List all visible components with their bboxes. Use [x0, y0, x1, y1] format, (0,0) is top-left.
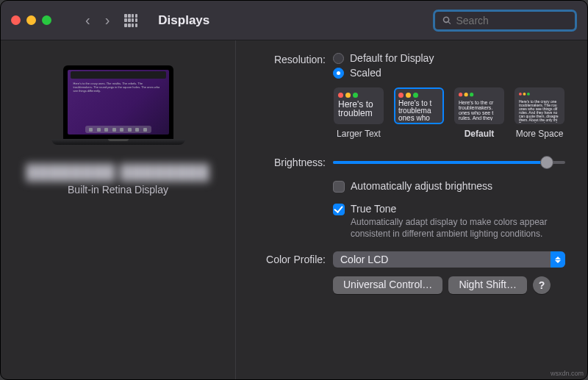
- titlebar: ‹ › Displays: [1, 1, 587, 40]
- back-button[interactable]: ‹: [85, 12, 90, 29]
- device-preview: Here's to the crazy ones. The misfits. T…: [51, 65, 185, 154]
- thumb-default[interactable]: Here's to the cr troublemakers. ones who…: [453, 87, 505, 139]
- brightness-slider[interactable]: [333, 155, 565, 170]
- device-name: ████████ ████████: [26, 164, 209, 181]
- checkbox-icon: [333, 204, 345, 215]
- watermark: wsxdn.com: [551, 370, 584, 377]
- close-icon[interactable]: [11, 15, 21, 25]
- resolution-thumbnails: Here's to troublem Larger Text Here's to…: [249, 87, 565, 139]
- chevron-updown-icon: [551, 251, 565, 268]
- preferences-window: ‹ › Displays Here's to the crazy ones. T…: [0, 0, 588, 380]
- radio-label: Default for Display: [350, 52, 434, 64]
- brightness-label: Brightness:: [249, 157, 333, 168]
- settings-panel: Resolution: Default for Display Scaled H…: [236, 40, 587, 379]
- checkbox-icon: [333, 181, 345, 193]
- slider-knob-icon: [540, 156, 553, 169]
- help-button[interactable]: ?: [533, 276, 551, 294]
- true-tone-description: Automatically adapt display to make colo…: [351, 216, 565, 240]
- content: Here's to the crazy ones. The misfits. T…: [1, 40, 587, 379]
- radio-icon: [333, 68, 344, 79]
- thumb-label: Default: [465, 129, 495, 139]
- checkbox-label: True Tone: [351, 203, 565, 215]
- search-input[interactable]: [456, 15, 567, 26]
- radio-default-for-display[interactable]: Default for Display: [333, 52, 565, 64]
- radio-scaled[interactable]: Scaled: [333, 67, 565, 79]
- thumb-label: Larger Text: [337, 129, 381, 139]
- thumb-larger-text[interactable]: Here's to troublem Larger Text: [333, 87, 384, 139]
- universal-control-button[interactable]: Universal Control…: [333, 276, 442, 294]
- window-controls: [11, 15, 51, 25]
- radio-icon: [333, 53, 344, 64]
- button-row: Universal Control… Night Shift… ?: [249, 276, 565, 294]
- color-profile-label: Color Profile:: [249, 254, 333, 265]
- thumb-more-space[interactable]: Here's to the crazy one troublemakers. T…: [514, 87, 565, 139]
- resolution-label: Resolution:: [249, 52, 333, 82]
- thumb-label: More Space: [516, 129, 564, 139]
- thumb-option-2[interactable]: Here's to t troublema ones who: [393, 87, 445, 139]
- search-field[interactable]: [433, 10, 577, 32]
- sidebar: Here's to the crazy ones. The misfits. T…: [1, 40, 236, 379]
- night-shift-button[interactable]: Night Shift…: [448, 276, 527, 294]
- page-title: Displays: [158, 13, 209, 28]
- brightness-row: Brightness:: [249, 155, 565, 170]
- color-profile-row: Color Profile: Color LCD: [249, 251, 565, 268]
- checkbox-label: Automatically adjust brightness: [351, 180, 492, 192]
- search-icon: [442, 15, 451, 26]
- resolution-row: Resolution: Default for Display Scaled: [249, 52, 565, 82]
- checkbox-true-tone[interactable]: True Tone Automatically adapt display to…: [333, 203, 565, 240]
- minimize-icon[interactable]: [26, 15, 36, 25]
- color-profile-select[interactable]: Color LCD: [333, 251, 565, 268]
- select-value: Color LCD: [340, 254, 388, 265]
- radio-label: Scaled: [350, 67, 381, 79]
- apps-grid-icon[interactable]: [124, 14, 137, 27]
- device-subtitle: Built-in Retina Display: [68, 184, 168, 196]
- fullscreen-icon[interactable]: [42, 15, 51, 25]
- checkbox-auto-brightness[interactable]: Automatically adjust brightness: [333, 180, 565, 193]
- forward-button[interactable]: ›: [105, 12, 110, 29]
- nav-controls: ‹ ›: [85, 12, 137, 29]
